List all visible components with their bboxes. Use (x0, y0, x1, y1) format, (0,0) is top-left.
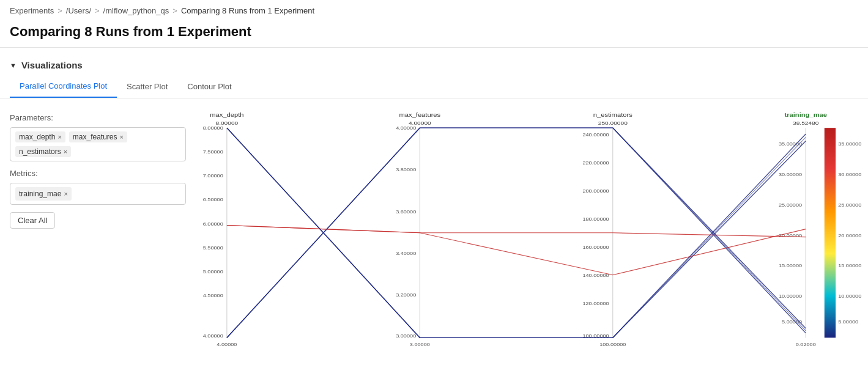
svg-text:100.00000: 100.00000 (599, 342, 626, 347)
svg-text:220.00000: 220.00000 (582, 161, 609, 166)
chart-area: max_depth max_features n_estimators trai… (196, 108, 868, 370)
svg-text:6.00000: 6.00000 (203, 222, 224, 227)
title-divider (0, 47, 868, 48)
tag-max-depth-label: max_depth (19, 133, 55, 141)
breadcrumb-users[interactable]: /Users/ (66, 6, 91, 15)
svg-text:160.00000: 160.00000 (582, 245, 609, 250)
svg-text:7.50000: 7.50000 (203, 150, 224, 155)
svg-text:200.00000: 200.00000 (582, 189, 609, 194)
svg-text:35.00000: 35.00000 (838, 142, 862, 147)
sidebar: Parameters: max_depth × max_features × n… (0, 108, 196, 370)
metrics-label: Metrics: (10, 169, 186, 178)
parallel-plot-svg: max_depth max_features n_estimators trai… (196, 108, 868, 370)
clear-all-button[interactable]: Clear All (10, 212, 55, 229)
svg-text:4.00000: 4.00000 (217, 342, 237, 347)
svg-text:30.00000: 30.00000 (779, 172, 803, 177)
svg-text:140.00000: 140.00000 (582, 273, 609, 278)
max-depth-max: 8.00000 (215, 120, 238, 126)
parameters-label: Parameters: (10, 113, 186, 122)
svg-text:120.00000: 120.00000 (582, 301, 609, 306)
caret-icon: ▼ (10, 62, 17, 69)
svg-text:4.00000: 4.00000 (203, 334, 224, 339)
tag-n-estimators-label: n_estimators (19, 147, 61, 156)
breadcrumb-current: Comparing 8 Runs from 1 Experiment (181, 6, 314, 15)
axis-label-max-depth: max_depth (210, 112, 243, 117)
tab-contour-plot[interactable]: Contour Plot (177, 76, 241, 97)
content-area: Parameters: max_depth × max_features × n… (0, 98, 868, 370)
tag-training-mae-close[interactable]: × (64, 190, 67, 197)
svg-text:0.02000: 0.02000 (796, 342, 817, 347)
training-mae-max: 38.52480 (793, 120, 818, 126)
tab-parallel-coordinates[interactable]: Parallel Coordinates Plot (10, 75, 117, 98)
visualizations-section-header[interactable]: ▼ Visualizations (0, 55, 868, 75)
tag-n-estimators[interactable]: n_estimators × (15, 146, 71, 157)
breadcrumb: Experiments > /Users/ > /mlflow_python_q… (0, 0, 868, 19)
tag-max-depth-close[interactable]: × (57, 133, 61, 141)
svg-text:3.40000: 3.40000 (396, 251, 417, 256)
svg-text:240.00000: 240.00000 (582, 133, 609, 138)
svg-text:4.00000: 4.00000 (396, 126, 417, 131)
svg-text:3.00000: 3.00000 (410, 342, 431, 347)
svg-text:3.80000: 3.80000 (396, 168, 417, 172)
color-scale-bar (825, 128, 836, 337)
breadcrumb-experiments[interactable]: Experiments (10, 6, 54, 15)
tag-max-features-label: max_features (73, 133, 117, 141)
tag-max-features[interactable]: max_features × (69, 131, 127, 142)
svg-text:30.00000: 30.00000 (838, 172, 862, 177)
axis-label-training-mae: training_mae (784, 112, 827, 117)
tag-n-estimators-close[interactable]: × (64, 148, 67, 155)
svg-text:25.00000: 25.00000 (779, 203, 803, 208)
svg-text:180.00000: 180.00000 (582, 217, 609, 222)
svg-text:5.00000: 5.00000 (838, 320, 859, 325)
tag-max-depth[interactable]: max_depth × (15, 131, 65, 142)
tab-bar: Parallel Coordinates Plot Scatter Plot C… (0, 75, 868, 98)
breadcrumb-sep-2: > (95, 6, 100, 15)
parameters-tag-box: max_depth × max_features × n_estimators … (10, 127, 186, 161)
svg-text:25.00000: 25.00000 (838, 203, 862, 208)
breadcrumb-sep-3: > (172, 6, 177, 15)
tag-training-mae[interactable]: training_mae × (15, 187, 72, 201)
svg-text:6.50000: 6.50000 (203, 197, 224, 202)
svg-text:5.00000: 5.00000 (203, 270, 224, 275)
svg-text:15.00000: 15.00000 (838, 264, 862, 269)
breadcrumb-mlflow[interactable]: /mlflow_python_qs (103, 6, 169, 15)
n-estimators-max: 250.00000 (598, 120, 628, 126)
axis-label-max-features: max_features (399, 112, 440, 117)
svg-text:3.00000: 3.00000 (396, 334, 417, 339)
max-features-max: 4.00000 (409, 120, 431, 126)
svg-text:10.00000: 10.00000 (779, 294, 803, 299)
tag-max-features-close[interactable]: × (120, 133, 124, 141)
svg-text:5.50000: 5.50000 (203, 246, 224, 251)
svg-text:3.20000: 3.20000 (396, 293, 417, 298)
svg-text:20.00000: 20.00000 (838, 234, 862, 238)
tag-training-mae-label: training_mae (19, 190, 61, 198)
svg-text:7.00000: 7.00000 (203, 174, 224, 179)
tab-scatter-plot[interactable]: Scatter Plot (117, 76, 177, 97)
metrics-tag-box: training_mae × (10, 183, 186, 205)
svg-text:15.00000: 15.00000 (779, 264, 803, 269)
svg-text:4.50000: 4.50000 (203, 293, 224, 298)
visualizations-label: Visualizations (21, 60, 83, 70)
axis-label-n-estimators: n_estimators (593, 112, 632, 117)
svg-text:8.00000: 8.00000 (203, 126, 224, 131)
breadcrumb-sep-1: > (57, 6, 62, 15)
svg-text:3.60000: 3.60000 (396, 210, 417, 215)
page-title: Comparing 8 Runs from 1 Experiment (0, 19, 868, 47)
svg-text:10.00000: 10.00000 (838, 294, 862, 299)
svg-text:20.00000: 20.00000 (779, 234, 803, 238)
